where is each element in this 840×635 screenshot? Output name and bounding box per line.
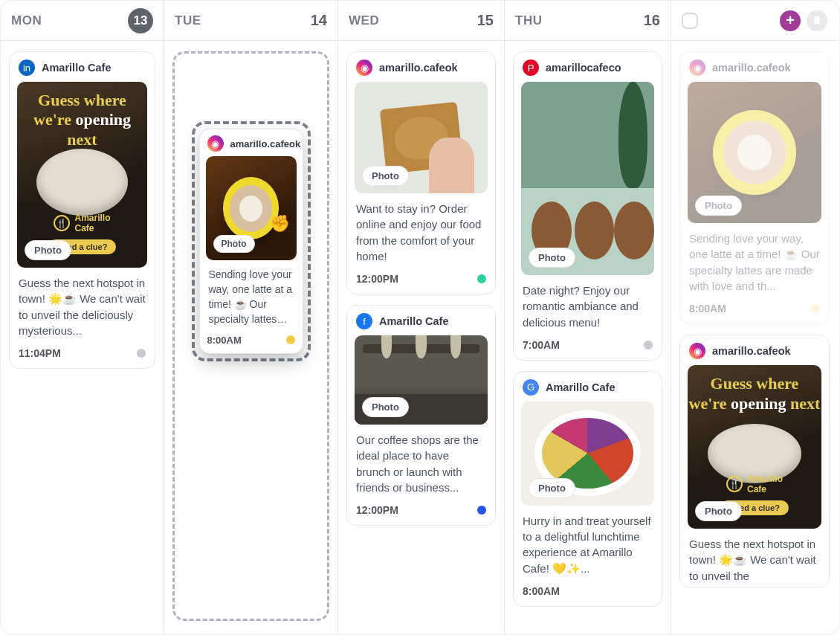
status-dot <box>286 335 295 344</box>
account-handle: amarillocafeco <box>546 62 621 74</box>
account-handle: Amarillo Cafe <box>379 315 448 327</box>
facebook-icon: f <box>356 313 372 329</box>
add-button[interactable]: + <box>780 10 801 31</box>
calendar-grid: MON 13 in Amarillo Cafe Guess where we'r… <box>1 1 839 634</box>
account-handle: amarillo.cafeok <box>230 138 301 149</box>
day-label: WED <box>349 13 379 28</box>
post-thumbnail[interactable]: Photo <box>688 82 821 223</box>
post-time: 7:00AM <box>523 339 560 351</box>
day-header-tue[interactable]: TUE 14 <box>164 1 337 41</box>
status-dot <box>137 349 146 358</box>
media-type-pill: Photo <box>695 196 742 216</box>
day-header-wed[interactable]: WED 15 <box>338 1 504 41</box>
post-thumbnail[interactable]: Guess where we're opening next 🍴Amarillo… <box>17 82 147 268</box>
media-type-pill: Photo <box>213 235 255 253</box>
post-time: 8:00AM <box>523 585 560 597</box>
post-thumbnail[interactable]: Photo <box>355 335 488 425</box>
media-type-pill: Photo <box>362 397 409 417</box>
post-thumbnail[interactable]: Photo <box>521 82 654 275</box>
instagram-icon: ◉ <box>689 59 705 76</box>
post-time: 12:00PM <box>356 273 398 285</box>
day-header-extra[interactable]: + <box>671 1 838 41</box>
linkedin-icon: in <box>19 59 35 76</box>
post-card[interactable]: ◉ amarillo.cafeok Guess where we're open… <box>679 335 830 587</box>
instagram-icon: ◉ <box>689 343 705 359</box>
status-dot <box>477 274 486 283</box>
post-card[interactable]: in Amarillo Cafe Guess where we're openi… <box>9 51 155 369</box>
select-checkbox[interactable] <box>682 13 698 29</box>
post-caption: Guess the next hotspot in town! 🌟☕ We ca… <box>680 529 829 587</box>
media-type-pill: Photo <box>695 501 742 521</box>
day-number: 16 <box>644 12 660 29</box>
account-handle: amarillo.cafeok <box>712 62 791 74</box>
day-header-mon[interactable]: MON 13 <box>1 1 164 41</box>
post-card[interactable]: P amarillocafeco Photo Date night? Enjoy… <box>513 51 662 361</box>
post-card[interactable]: f Amarillo Cafe Photo Our coffee shops a… <box>346 305 496 526</box>
post-time: 8:00AM <box>207 335 242 346</box>
post-card[interactable]: ◉ amarillo.cafeok Photo Want to stay in?… <box>346 51 496 294</box>
day-number: 14 <box>311 12 327 29</box>
day-label: TUE <box>175 13 201 28</box>
grab-cursor-icon: ✊ <box>270 214 290 233</box>
post-thumbnail[interactable]: Photo <box>521 402 654 506</box>
post-card[interactable]: G Amarillo Cafe Photo Hurry in and treat… <box>513 371 662 607</box>
google-business-icon: G <box>523 379 539 396</box>
media-type-pill: Photo <box>25 240 71 260</box>
day-label: MON <box>11 13 42 28</box>
status-dot <box>811 304 820 313</box>
account-handle: amarillo.cafeok <box>379 62 458 74</box>
post-time: 8:00AM <box>689 303 726 315</box>
post-caption: Our coffee shops are the ideal place to … <box>347 425 495 498</box>
account-handle: Amarillo Cafe <box>546 381 615 393</box>
dropzone[interactable]: Pick a new time ◉ amarillo.cafeok Photo <box>172 51 329 621</box>
post-card-faded[interactable]: ◉ amarillo.cafeok Photo Sending love you… <box>679 51 830 324</box>
post-caption: Sending love your way, one latte at a ti… <box>680 223 829 297</box>
post-caption: Guess the next hotspot in town! 🌟☕ We ca… <box>10 268 155 341</box>
day-number: 15 <box>477 12 494 29</box>
instagram-icon: ◉ <box>356 59 372 76</box>
post-caption: Hurry in and treat yourself to a delight… <box>514 506 662 579</box>
post-caption: Date night? Enjoy our romantic ambiance … <box>514 275 662 333</box>
bookmark-button[interactable] <box>807 10 827 31</box>
post-thumbnail[interactable]: Guess where we're opening next 🍴Amarillo… <box>688 365 821 529</box>
day-column-tue: TUE 14 Pick a new time ◉ amarillo.cafeok <box>164 1 338 634</box>
account-handle: Amarillo Cafe <box>42 62 111 74</box>
post-caption: Sending love your way, one latte at a ti… <box>200 260 303 330</box>
day-column-thu: THU 16 P amarillocafeco Photo <box>505 1 671 634</box>
post-card-dragging[interactable]: ◉ amarillo.cafeok Photo Sending love you… <box>199 129 303 354</box>
day-column-wed: WED 15 ◉ amarillo.cafeok Photo Want to s… <box>338 1 505 634</box>
media-type-pill: Photo <box>362 166 409 186</box>
day-column-extra: + ◉ amarillo.cafeok Photo Sending love <box>671 1 838 634</box>
media-type-pill: Photo <box>529 248 575 268</box>
post-thumbnail[interactable]: Photo <box>206 156 297 260</box>
post-time: 11:04PM <box>19 347 61 359</box>
post-time: 12:00PM <box>356 504 398 516</box>
day-label: THU <box>515 13 542 28</box>
day-header-thu[interactable]: THU 16 <box>505 1 671 41</box>
account-handle: amarillo.cafeok <box>712 345 791 357</box>
status-dot <box>477 506 486 515</box>
post-thumbnail[interactable]: Photo <box>355 82 488 193</box>
media-type-pill: Photo <box>529 478 575 498</box>
post-caption: Want to stay in? Order online and enjoy … <box>347 193 495 267</box>
day-number-today: 13 <box>128 8 153 33</box>
dragging-card-outline: ◉ amarillo.cafeok Photo Sending love you… <box>192 121 311 361</box>
status-dot <box>644 341 653 349</box>
pinterest-icon: P <box>523 59 539 76</box>
instagram-icon: ◉ <box>207 135 224 152</box>
day-column-mon: MON 13 in Amarillo Cafe Guess where we'r… <box>1 1 164 634</box>
